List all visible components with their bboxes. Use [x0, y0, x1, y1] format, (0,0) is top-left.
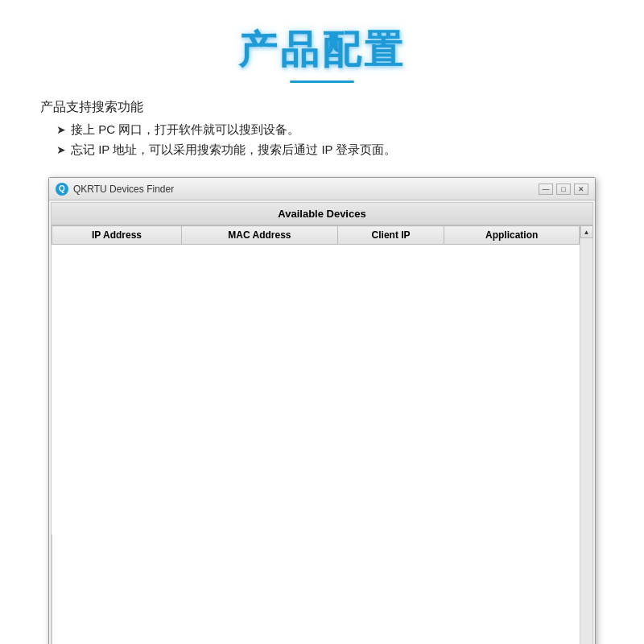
desc-header: 产品支持搜索功能	[40, 99, 612, 116]
desc-item-1: 接上 PC 网口，打开软件就可以搜到设备。	[71, 122, 299, 138]
col-ip-address: IP Address	[52, 226, 182, 245]
window-title-left: Q QKRTU Devices Finder	[56, 183, 174, 196]
window-content: Available Devices IP Address MAC Address…	[51, 202, 593, 644]
table-container: IP Address MAC Address Client IP Applica…	[52, 225, 592, 644]
table-header-row: IP Address MAC Address Client IP Applica…	[52, 226, 580, 245]
app-window: Q QKRTU Devices Finder — □ ✕ Available D…	[48, 177, 596, 644]
description-section: 产品支持搜索功能 ➤ 接上 PC 网口，打开软件就可以搜到设备。 ➤ 忘记 IP…	[32, 99, 612, 163]
minimize-button[interactable]: —	[539, 184, 553, 195]
window-controls: — □ ✕	[539, 184, 588, 195]
restore-button[interactable]: □	[556, 184, 571, 195]
empty-area	[52, 535, 580, 644]
col-client-ip: Client IP	[337, 226, 444, 245]
col-application: Application	[444, 226, 580, 245]
title-section: 产品配置	[238, 24, 406, 83]
app-icon: Q	[56, 183, 68, 196]
window-title-text: QKRTU Devices Finder	[73, 184, 174, 195]
title-underline	[290, 80, 354, 83]
table-body	[52, 245, 580, 535]
table-section-header: Available Devices	[52, 203, 592, 225]
arrow-icon-2: ➤	[56, 143, 66, 156]
list-item: ➤ 忘记 IP 地址，可以采用搜索功能，搜索后通过 IP 登录页面。	[56, 142, 612, 158]
scrollbar[interactable]: ▲ ▼	[580, 225, 592, 644]
scroll-up-button[interactable]: ▲	[580, 225, 593, 238]
desc-list: ➤ 接上 PC 网口，打开软件就可以搜到设备。 ➤ 忘记 IP 地址，可以采用搜…	[40, 122, 612, 158]
close-button[interactable]: ✕	[574, 184, 588, 195]
page-title: 产品配置	[238, 24, 406, 76]
table-wrapper: IP Address MAC Address Client IP Applica…	[52, 225, 580, 644]
page-container: 产品配置 产品支持搜索功能 ➤ 接上 PC 网口，打开软件就可以搜到设备。 ➤ …	[0, 0, 644, 644]
scroll-track[interactable]	[580, 238, 592, 644]
window-titlebar: Q QKRTU Devices Finder — □ ✕	[49, 178, 595, 200]
list-item: ➤ 接上 PC 网口，打开软件就可以搜到设备。	[56, 122, 612, 138]
col-mac-address: MAC Address	[181, 226, 337, 245]
devices-table: IP Address MAC Address Client IP Applica…	[52, 225, 580, 535]
desc-item-2: 忘记 IP 地址，可以采用搜索功能，搜索后通过 IP 登录页面。	[71, 142, 396, 158]
arrow-icon-1: ➤	[56, 123, 66, 136]
